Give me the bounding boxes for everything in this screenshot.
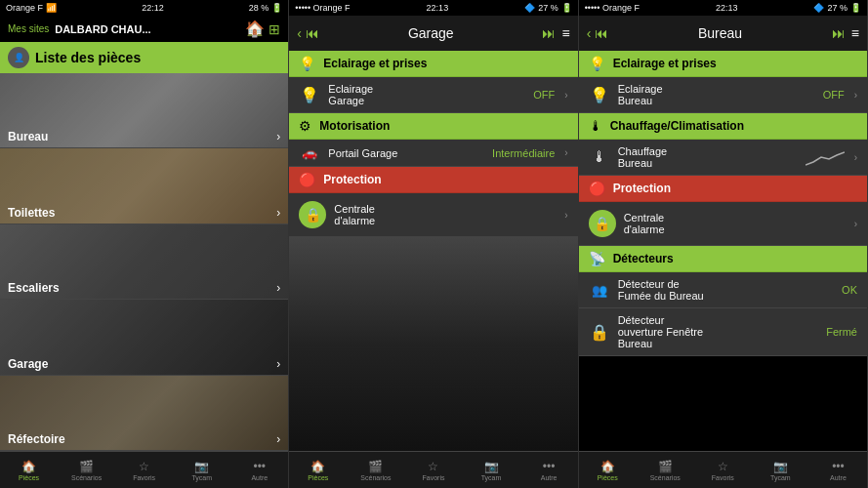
- menu-content-2: 💡 Eclairage et prises 💡 EclairageGarage …: [289, 51, 577, 451]
- back-icon[interactable]: ‹: [587, 25, 592, 41]
- nav-favoris-3[interactable]: ☆ Favoris: [694, 452, 752, 488]
- menu-row-fumee[interactable]: 👥 Détecteur deFumée du Bureau OK: [579, 272, 867, 308]
- nav-tycam-2[interactable]: 📷 Tycam: [463, 452, 520, 488]
- menu-icon[interactable]: ≡: [561, 25, 569, 41]
- next-icon[interactable]: ⏭: [542, 25, 556, 41]
- battery-2: 27 %: [538, 3, 558, 13]
- alarme-label-2: Centraled'alarme: [334, 203, 555, 226]
- tycam-nav-icon: 📷: [484, 460, 499, 473]
- chevron-right-icon: ›: [269, 126, 288, 147]
- menu-row-portail[interactable]: 🚗 Portail Garage Intermédiaire ›: [289, 140, 577, 167]
- nav-favoris-label: Favoris: [712, 474, 734, 481]
- status-bar-1: Orange F 📶 22:12 28 % 🔋: [0, 0, 288, 16]
- list-item[interactable]: Garage ›: [0, 300, 288, 375]
- p2-header: ‹ ⏮ Garage ⏭ ≡: [289, 16, 577, 51]
- home-nav-icon: 🏠: [600, 460, 615, 473]
- menu-row-eclairage-garage[interactable]: 💡 EclairageGarage OFF ›: [289, 77, 577, 113]
- menu-row-chauffage-bureau[interactable]: 🌡 ChauffageBureau ›: [579, 140, 867, 176]
- p3-right-icons: ⏭ ≡: [832, 25, 859, 41]
- nav-pieces-3[interactable]: 🏠 Pièces: [579, 452, 637, 488]
- section-protection-3: 🔴 Protection: [579, 176, 867, 202]
- status-left-2: ••••• Orange F: [295, 3, 350, 13]
- nav-tycam-label: Tycam: [191, 474, 212, 481]
- prev-icon[interactable]: ⏮: [595, 25, 608, 41]
- bt-icon-2: 🔷: [524, 3, 535, 13]
- eclairage-garage-value: OFF: [533, 89, 555, 101]
- nav-tycam-1[interactable]: 📷 Tycam: [173, 452, 230, 488]
- back-icon[interactable]: ‹: [297, 25, 302, 41]
- nav-scenarios-label: Scénarios: [650, 474, 681, 481]
- prev-icon[interactable]: ⏮: [306, 25, 319, 41]
- room-label-escaliers: Escaliers: [0, 277, 269, 299]
- p2-right-icons: ⏭ ≡: [542, 25, 569, 41]
- menu-row-alarme-3[interactable]: 🔒 Centraled'alarme ›: [579, 202, 867, 246]
- nav-favoris-1[interactable]: ☆ Favoris: [115, 452, 173, 488]
- nav-scenarios-2[interactable]: 🎬 Scénarios: [347, 452, 404, 488]
- protection-label-3: Protection: [613, 182, 671, 195]
- nav-scenarios-label: Scénarios: [71, 474, 102, 481]
- section-motorisation: ⚙ Motorisation: [289, 113, 577, 140]
- status-right-1: 28 % 🔋: [249, 3, 283, 13]
- bt-icon-3: 🔷: [813, 3, 824, 13]
- chauffage-label: Chauffage/Climatisation: [610, 119, 744, 133]
- nav-pieces-label: Pièces: [308, 474, 328, 481]
- battery-icon-2: 🔋: [561, 3, 572, 13]
- next-icon[interactable]: ⏭: [832, 25, 846, 41]
- room-title-3: Bureau: [698, 25, 742, 41]
- menu-row-alarme-2[interactable]: 🔒 Centraled'alarme ›: [289, 193, 577, 237]
- nav-autre-label: Autre: [830, 474, 847, 481]
- favoris-nav-icon: ☆: [139, 460, 149, 473]
- nav-tycam-3[interactable]: 📷 Tycam: [752, 452, 809, 488]
- light-section-icon: 💡: [589, 56, 605, 71]
- nav-pieces-1[interactable]: 🏠 Pièces: [0, 452, 58, 488]
- nav-autre-2[interactable]: ••• Autre: [520, 452, 578, 488]
- eclairage-garage-label: EclairageGarage: [328, 83, 525, 106]
- menu-row-eclairage-bureau[interactable]: 💡 EclairageBureau OFF ›: [579, 77, 867, 113]
- gear-section-icon: ⚙: [299, 118, 311, 134]
- alarm-circle-icon: 🔒: [589, 210, 616, 237]
- my-sites-label[interactable]: Mes sites: [8, 23, 49, 34]
- section-chauffage: 🌡 Chauffage/Climatisation: [579, 113, 867, 140]
- chevron-right-icon: ›: [269, 353, 288, 375]
- eclairage-bureau-label: EclairageBureau: [618, 83, 815, 106]
- wifi-icon: 📶: [46, 3, 57, 13]
- portail-label: Portail Garage: [328, 147, 484, 159]
- time-3: 22:13: [716, 3, 738, 13]
- nav-pieces-label: Pièces: [598, 474, 618, 481]
- tycam-nav-icon: 📷: [773, 460, 788, 473]
- chevron-right-icon: ›: [269, 428, 288, 450]
- nav-autre-1[interactable]: ••• Autre: [230, 452, 288, 488]
- list-item[interactable]: Escaliers ›: [0, 224, 288, 300]
- autre-nav-icon: •••: [253, 460, 266, 473]
- p3-left-icons: ‹ ⏮: [587, 25, 609, 41]
- page-title: Liste des pièces: [35, 50, 141, 65]
- grid-icon[interactable]: ⊞: [269, 21, 280, 37]
- menu-icon[interactable]: ≡: [851, 25, 859, 41]
- site-name[interactable]: DALBARD CHAU...: [55, 23, 150, 35]
- nav-pieces-2[interactable]: 🏠 Pièces: [289, 452, 347, 488]
- nav-scenarios-3[interactable]: 🎬 Scénarios: [637, 452, 694, 488]
- bottom-nav-1: 🏠 Pièces 🎬 Scénarios ☆ Favoris 📷 Tycam •…: [0, 451, 288, 488]
- room-title-2: Garage: [408, 25, 454, 41]
- chauffage-bureau-label: ChauffageBureau: [618, 145, 798, 169]
- list-item[interactable]: Réfectoire ›: [0, 376, 288, 451]
- fenetre-value: Fermé: [826, 326, 857, 338]
- thermometer-icon: 🌡: [589, 148, 610, 166]
- avatar: 👤: [8, 47, 29, 68]
- bottom-nav-3: 🏠 Pièces 🎬 Scénarios ☆ Favoris 📷 Tycam •…: [579, 451, 867, 488]
- list-item[interactable]: Bureau ›: [0, 73, 288, 148]
- home-nav-icon: 🏠: [21, 460, 36, 473]
- nav-favoris-2[interactable]: ☆ Favoris: [404, 452, 462, 488]
- chevron-right-icon: ›: [564, 210, 567, 221]
- room-label-bureau: Bureau: [0, 126, 269, 147]
- header-icons-right: 🏠 ⊞: [245, 20, 280, 38]
- nav-autre-3[interactable]: ••• Autre: [809, 452, 867, 488]
- p1-header: Mes sites DALBARD CHAU... 🏠 ⊞: [0, 16, 288, 42]
- menu-row-fenetre[interactable]: 🔒 Détecteurouverture FenêtreBureau Fermé: [579, 308, 867, 356]
- list-item[interactable]: Toilettes ›: [0, 148, 288, 224]
- nav-scenarios-1[interactable]: 🎬 Scénarios: [58, 452, 115, 488]
- home-icon[interactable]: 🏠: [245, 20, 265, 38]
- tycam-nav-icon: 📷: [194, 460, 209, 473]
- protection-label-2: Protection: [323, 173, 381, 186]
- chevron-right-icon: ›: [854, 152, 857, 163]
